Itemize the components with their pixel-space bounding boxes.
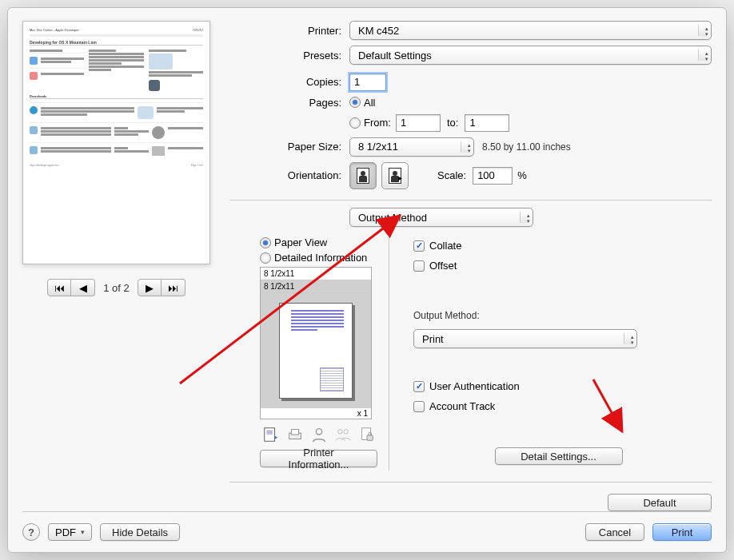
scale-field[interactable]: [473, 167, 513, 185]
pages-to-label: to:: [447, 117, 458, 129]
pdf-menu-button[interactable]: PDF: [48, 523, 92, 541]
lock-doc-icon[interactable]: [357, 424, 377, 445]
pages-from-radio[interactable]: [349, 117, 361, 129]
pages-to-field[interactable]: [465, 114, 509, 132]
page-indicator: 1 of 2: [103, 282, 130, 294]
print-options: Printer: KM c452 Presets: Default Settin…: [229, 21, 712, 511]
paper-view-panel: Paper View Detailed Information 8 1/2x11…: [229, 233, 389, 471]
next-page-button[interactable]: ▶: [138, 279, 162, 296]
first-page-button[interactable]: ⏮: [47, 279, 71, 296]
printer-select[interactable]: KM c452: [349, 21, 712, 40]
detail-settings-button[interactable]: Detail Settings...: [495, 447, 623, 465]
printer-info-button[interactable]: Printer Information...: [260, 450, 377, 467]
pages-all-label: All: [364, 97, 375, 109]
pages-from-label: From:: [364, 117, 391, 129]
cancel-button[interactable]: Cancel: [585, 523, 644, 541]
pages-from-field[interactable]: [396, 114, 441, 132]
orientation-portrait[interactable]: [349, 162, 377, 189]
copies-field[interactable]: [349, 73, 386, 91]
prev-page-button[interactable]: ◀: [71, 279, 95, 296]
paper-size-label: Paper Size:: [229, 141, 349, 153]
output-method-label: Output Method:: [413, 310, 704, 321]
print-preview-pane: Mac Dev Center - Apple Developer7/25/12 …: [22, 21, 210, 511]
orientation-landscape[interactable]: ▸: [381, 162, 409, 189]
account-track-checkbox[interactable]: [413, 401, 425, 412]
collate-checkbox[interactable]: [413, 240, 425, 252]
print-dialog: Mac Dev Center - Apple Developer7/25/12 …: [7, 7, 727, 553]
dialog-footer: ? PDF Hide Details Cancel Print: [22, 511, 712, 541]
svg-rect-0: [265, 428, 275, 442]
scale-label: Scale:: [437, 169, 466, 181]
help-button[interactable]: ?: [22, 523, 40, 541]
tray-icon[interactable]: [285, 424, 305, 445]
svg-rect-7: [367, 435, 373, 440]
preview-page: Mac Dev Center - Apple Developer7/25/12 …: [22, 21, 210, 264]
pages-all-radio[interactable]: [349, 97, 361, 108]
options-section-select[interactable]: Output Method: [349, 208, 533, 227]
paper-view-radio[interactable]: [260, 237, 271, 248]
svg-rect-2: [291, 430, 298, 435]
person-icon[interactable]: [309, 424, 329, 445]
page-layout-icon[interactable]: [261, 424, 281, 445]
svg-point-3: [316, 429, 321, 435]
output-method-select[interactable]: Print: [413, 329, 637, 348]
pages-label: Pages:: [229, 97, 349, 109]
print-button[interactable]: Print: [652, 523, 712, 541]
scale-percent: %: [517, 169, 527, 181]
printer-label: Printer:: [229, 25, 349, 37]
default-button[interactable]: Default: [608, 494, 712, 511]
svg-point-5: [344, 430, 349, 435]
hide-details-button[interactable]: Hide Details: [100, 523, 180, 541]
presets-label: Presets:: [229, 50, 349, 62]
presets-select[interactable]: Default Settings: [349, 46, 712, 65]
last-page-button[interactable]: ⏭: [162, 279, 185, 296]
group-icon[interactable]: [333, 424, 353, 445]
orientation-label: Orientation:: [229, 169, 349, 181]
copies-label: Copies:: [229, 76, 349, 88]
preview-title: Developing for OS X Mountain Lion: [30, 40, 203, 46]
offset-checkbox[interactable]: [413, 260, 425, 272]
detailed-info-radio[interactable]: [260, 252, 271, 264]
paper-dim-note: 8.50 by 11.00 inches: [482, 141, 571, 153]
paper-preview: 8 1/2x11 8 1/2x11 x 1: [260, 267, 372, 419]
user-auth-checkbox[interactable]: [413, 381, 425, 392]
svg-point-4: [338, 430, 343, 435]
preview-pager: ⏮ ◀ 1 of 2 ▶ ⏭: [47, 279, 185, 296]
paper-size-select[interactable]: 8 1/2x11: [349, 137, 474, 157]
